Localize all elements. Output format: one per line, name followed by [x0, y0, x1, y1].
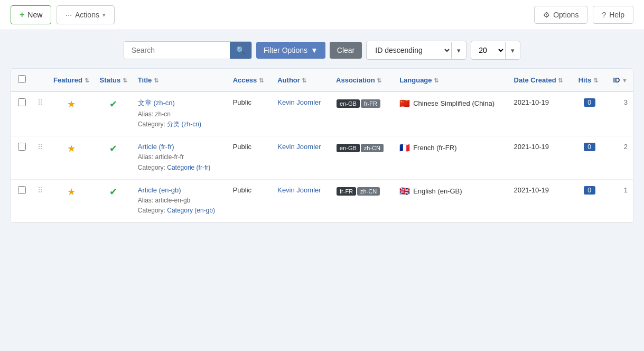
- author-link[interactable]: Kevin Joomler: [277, 186, 321, 194]
- row-id-cell: 1: [606, 179, 633, 222]
- clear-button[interactable]: Clear: [330, 42, 362, 59]
- row-author-cell: Kevin Joomler: [272, 179, 331, 222]
- association-badge[interactable]: en-GB: [337, 144, 360, 152]
- row-association-cell: en-GBfr-FR: [331, 91, 394, 136]
- hits-badge: 0: [584, 186, 595, 195]
- language-flag: 🇬🇧: [399, 186, 410, 196]
- filter-options-button[interactable]: Filter Options ▼: [256, 42, 325, 59]
- row-checkbox[interactable]: [18, 186, 26, 194]
- header-date-created[interactable]: Date Created ⇅: [509, 69, 573, 91]
- header-association[interactable]: Association ⇅: [331, 69, 394, 91]
- date-sort-icon: ⇅: [558, 77, 563, 84]
- date-created-value: 2021-10-19: [514, 98, 549, 106]
- search-input[interactable]: [124, 42, 230, 59]
- row-date-cell: 2021-10-19: [509, 136, 573, 179]
- row-access-cell: Public: [228, 136, 273, 179]
- toolbar-right: ⚙ Options ? Help: [534, 6, 633, 24]
- toolbar: + New ··· Actions ▾ ⚙ Options ? Help: [0, 0, 644, 30]
- row-hits-cell: 0: [573, 91, 606, 136]
- gear-icon: ⚙: [543, 11, 550, 19]
- language-cell: 🇨🇳 Chinese Simplified (China): [399, 98, 503, 108]
- association-badge[interactable]: zh-CN: [361, 144, 384, 152]
- association-badge[interactable]: zh-CN: [357, 187, 380, 196]
- article-title-link[interactable]: Article (en-gb): [138, 186, 181, 194]
- clear-label: Clear: [337, 46, 354, 54]
- header-access[interactable]: Access ⇅: [228, 69, 273, 91]
- header-hits[interactable]: Hits ⇅: [573, 69, 606, 91]
- sort-select[interactable]: ID descending ID ascending Title ascendi…: [367, 41, 451, 59]
- access-value: Public: [233, 98, 251, 106]
- language-cell: 🇫🇷 French (fr-FR): [399, 143, 503, 153]
- star-icon[interactable]: ★: [67, 143, 76, 154]
- sort-chevron-button[interactable]: ▾: [451, 42, 466, 59]
- published-icon[interactable]: ✔: [109, 99, 117, 109]
- featured-sort-icon: ⇅: [85, 77, 89, 84]
- language-cell: 🇬🇧 English (en-GB): [399, 186, 503, 196]
- article-title-link[interactable]: Article (fr-fr): [138, 143, 174, 151]
- article-title-link[interactable]: 文章 (zh-cn): [138, 99, 175, 107]
- actions-label: Actions: [75, 11, 99, 19]
- actions-button[interactable]: ··· Actions ▾: [57, 5, 115, 24]
- page-size-chevron-button[interactable]: ▾: [505, 42, 520, 59]
- row-hits-cell: 0: [573, 136, 606, 179]
- published-icon[interactable]: ✔: [109, 143, 117, 154]
- article-meta: Alias: article-fr-fr Category: Catégorie…: [138, 152, 222, 172]
- row-status-cell: ✔: [95, 91, 133, 136]
- row-drag-cell: ⠿: [32, 136, 48, 179]
- search-button[interactable]: 🔍: [230, 42, 251, 59]
- row-title-cell: 文章 (zh-cn) Alias: zh-cn Category: 分类 (zh…: [133, 91, 228, 136]
- id-value: 2: [624, 143, 628, 151]
- header-title[interactable]: Title ⇅: [133, 69, 228, 91]
- row-checkbox[interactable]: [18, 98, 26, 106]
- chevron-down-icon: ▾: [102, 12, 106, 19]
- ellipsis-icon: ···: [66, 11, 72, 19]
- content: 🔍 Filter Options ▼ Clear ID descending I…: [0, 30, 644, 228]
- table-row: ⠿ ★ ✔ Article (en-gb) Alias: article-en-…: [11, 179, 633, 222]
- drag-handle-icon[interactable]: ⠿: [38, 186, 43, 195]
- language-name: Chinese Simplified (China): [413, 99, 494, 107]
- association-badge[interactable]: fr-FR: [337, 187, 356, 196]
- row-checkbox[interactable]: [18, 143, 26, 151]
- id-value: 3: [624, 98, 628, 106]
- row-id-cell: 3: [606, 91, 633, 136]
- header-language[interactable]: Language ⇅: [394, 69, 508, 91]
- help-button[interactable]: ? Help: [593, 6, 633, 24]
- category-link[interactable]: Category (en-gb): [167, 207, 215, 214]
- page-size-select[interactable]: 20 10 50 100: [471, 41, 505, 59]
- published-icon[interactable]: ✔: [109, 187, 117, 197]
- row-access-cell: Public: [228, 179, 273, 222]
- row-drag-cell: ⠿: [32, 179, 48, 222]
- table-body: ⠿ ★ ✔ 文章 (zh-cn) Alias: zh-cn Category: …: [11, 91, 633, 223]
- association-badge[interactable]: fr-FR: [361, 99, 380, 108]
- help-label: Help: [609, 11, 624, 19]
- hits-sort-icon: ⇅: [593, 77, 598, 84]
- header-checkbox[interactable]: [11, 69, 32, 91]
- star-icon[interactable]: ★: [67, 187, 76, 197]
- new-button[interactable]: + New: [11, 5, 51, 24]
- toolbar-left: + New ··· Actions ▾: [11, 5, 115, 24]
- star-icon[interactable]: ★: [67, 99, 76, 109]
- options-button[interactable]: ⚙ Options: [534, 6, 587, 24]
- category-link[interactable]: 分类 (zh-cn): [167, 121, 201, 128]
- row-featured-cell: ★: [48, 179, 95, 222]
- select-all-checkbox[interactable]: [18, 75, 26, 83]
- drag-handle-icon[interactable]: ⠿: [38, 98, 43, 107]
- date-created-value: 2021-10-19: [514, 143, 549, 151]
- header-id[interactable]: ID ▼: [606, 69, 633, 91]
- category-link[interactable]: Catégorie (fr-fr): [167, 164, 210, 171]
- header-drag: [32, 69, 48, 91]
- author-link[interactable]: Kevin Joomler: [277, 98, 321, 106]
- filter-chevron-icon: ▼: [311, 46, 318, 54]
- table-row: ⠿ ★ ✔ 文章 (zh-cn) Alias: zh-cn Category: …: [11, 91, 633, 136]
- header-author[interactable]: Author ⇅: [272, 69, 331, 91]
- header-status[interactable]: Status ⇅: [95, 69, 133, 91]
- header-featured[interactable]: Featured ⇅: [48, 69, 95, 91]
- language-flag: 🇨🇳: [399, 98, 410, 108]
- table-row: ⠿ ★ ✔ Article (fr-fr) Alias: article-fr-…: [11, 136, 633, 179]
- row-author-cell: Kevin Joomler: [272, 91, 331, 136]
- association-badge[interactable]: en-GB: [337, 99, 360, 108]
- author-link[interactable]: Kevin Joomler: [277, 143, 321, 151]
- id-sort-icon: ▼: [622, 77, 628, 84]
- search-wrapper: 🔍: [124, 41, 252, 59]
- drag-handle-icon[interactable]: ⠿: [38, 143, 43, 151]
